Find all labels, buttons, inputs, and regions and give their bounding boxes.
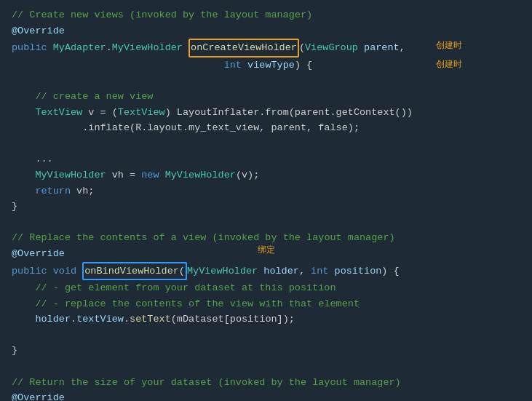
code-line-15: // - get element from your dataset at th… bbox=[12, 280, 520, 296]
comment-text: // Create ne bbox=[12, 7, 82, 23]
method-oncreate-highlight: onCreateViewHolder bbox=[188, 39, 299, 57]
space3 bbox=[242, 57, 247, 74]
indent-space bbox=[12, 57, 224, 74]
param-holder: holder bbox=[263, 263, 299, 279]
comment-replace2: (invoked by the layout manager) bbox=[212, 230, 394, 246]
keyword-public: public bbox=[12, 40, 53, 56]
indent5 bbox=[12, 167, 35, 183]
type-myviewholder4: MyViewHolder bbox=[187, 263, 258, 279]
code-line-19: // Return the size of your dataset (invo… bbox=[12, 375, 520, 391]
indent7 bbox=[12, 280, 35, 296]
code-line-empty-2 bbox=[12, 136, 520, 152]
dot2: . bbox=[71, 311, 76, 327]
method-settext: setText bbox=[130, 311, 171, 327]
paren1: ( bbox=[299, 40, 305, 56]
code-vh2 bbox=[159, 167, 165, 183]
comment-replace: // Replace the contents of a view bbox=[12, 230, 212, 246]
code-line-empty-4 bbox=[12, 327, 520, 344]
param-viewgroup: ViewGroup bbox=[305, 40, 358, 56]
keyword-return1: return bbox=[35, 183, 71, 199]
type-textview2: TextView bbox=[118, 105, 165, 121]
code-settext-arg: (mDataset[position]); bbox=[171, 311, 295, 327]
code-line-1: // Create new views (invoked by the layo… bbox=[12, 7, 520, 23]
code-vh: vh = bbox=[106, 167, 142, 183]
code-line-20: @Override bbox=[12, 390, 520, 401]
code-line-6: TextView v = (TextView) LayoutInflater.f… bbox=[12, 105, 520, 121]
create-annotation-label-pos: 创建时 bbox=[436, 57, 462, 71]
type-myadapter: MyAdapter bbox=[53, 40, 106, 56]
code-editor: // Create new views (invoked by the layo… bbox=[0, 0, 532, 401]
code-line-empty-3 bbox=[12, 215, 520, 231]
comment-text2: w views (invoked by the layout manager) bbox=[82, 7, 312, 23]
ellipsis: ... bbox=[35, 151, 52, 167]
type-myviewholder2: MyViewHolder bbox=[35, 167, 106, 183]
create-annotation-label: 创建时 bbox=[436, 39, 462, 52]
code-line-16: // - replace the contents of the view wi… bbox=[12, 296, 520, 312]
dot1: . bbox=[106, 40, 112, 56]
indent1 bbox=[12, 89, 35, 105]
keyword-int: int bbox=[224, 57, 242, 74]
code-line-13: @Override bbox=[12, 246, 520, 262]
type-myviewholder3: MyViewHolder bbox=[165, 167, 236, 183]
keyword-void: void bbox=[53, 263, 76, 279]
method-onbind-highlight: onBindViewHolder( bbox=[82, 262, 187, 281]
type-textview: TextView bbox=[35, 105, 82, 121]
code-line-11: } bbox=[12, 199, 520, 215]
space2 bbox=[358, 40, 364, 56]
indent3 bbox=[12, 120, 82, 136]
space4 bbox=[76, 263, 82, 279]
code-line-empty-5 bbox=[12, 359, 520, 375]
dot3: . bbox=[124, 311, 130, 327]
code-layoutinflater: ) LayoutInflater.from(parent.getContext(… bbox=[165, 105, 413, 121]
code-vh3: (v); bbox=[236, 167, 259, 183]
override-annotation3: @Override bbox=[12, 390, 65, 401]
paren3: ( bbox=[179, 266, 185, 277]
code-line-2: @Override bbox=[12, 23, 520, 39]
type-myviewholder: MyViewHolder bbox=[112, 40, 183, 56]
paren4: ) { bbox=[381, 263, 399, 279]
brace2: } bbox=[12, 343, 17, 359]
param-position: position bbox=[335, 263, 382, 279]
comment-get: // - get element from your dataset at th… bbox=[35, 280, 336, 296]
override-annotation2: @Override bbox=[12, 246, 65, 262]
code-holder: holder bbox=[35, 311, 71, 327]
code-return-vh: vh; bbox=[71, 183, 94, 199]
indent9 bbox=[12, 311, 35, 327]
space6 bbox=[328, 263, 334, 279]
code-line-4: int viewType) { 创建时 bbox=[12, 57, 520, 74]
code-line-empty-1 bbox=[12, 73, 520, 89]
code-line-18: } bbox=[12, 343, 520, 359]
code-line-9: MyViewHolder vh = new MyViewHolder(v); bbox=[12, 167, 520, 183]
method-oncreate: onCreateViewHolder bbox=[191, 42, 297, 53]
code-line-5: // create a new view bbox=[12, 89, 520, 105]
code-inflate: .inflate(R.layout.my_text_view, parent, … bbox=[82, 120, 360, 136]
code-line-14: public void onBindViewHolder(MyViewHolde… bbox=[12, 262, 520, 281]
space5 bbox=[258, 263, 263, 279]
code-textview-field: textView bbox=[76, 311, 124, 327]
code-line-7: .inflate(R.layout.my_text_view, parent, … bbox=[12, 120, 520, 136]
space1 bbox=[183, 40, 188, 56]
comment-replace-contents: // - replace the contents of the view wi… bbox=[35, 296, 360, 312]
param-viewtype: viewType bbox=[247, 57, 295, 74]
indent4 bbox=[12, 151, 35, 167]
code-line-12: // Replace the contents of a view 绑定(inv… bbox=[12, 230, 520, 246]
brace1: } bbox=[12, 199, 17, 215]
indent8 bbox=[12, 296, 35, 312]
code-line-8: ... bbox=[12, 151, 520, 167]
comment-create-view: // create a new view bbox=[35, 89, 153, 105]
keyword-int2: int bbox=[311, 263, 328, 279]
code-line-17: holder.textView.setText(mDataset[positio… bbox=[12, 311, 520, 327]
indent2 bbox=[12, 105, 35, 121]
param-parent: parent bbox=[364, 40, 400, 56]
comma1: , bbox=[400, 40, 405, 56]
comment-return-size: // Return the size of your dataset (invo… bbox=[12, 375, 401, 391]
code-line-3: public MyAdapter.MyViewHolder onCreateVi… bbox=[12, 39, 520, 57]
keyword-public2: public bbox=[12, 263, 53, 279]
comma2: , bbox=[299, 263, 311, 279]
keyword-new: new bbox=[141, 167, 159, 183]
override-annotation: @Override bbox=[12, 23, 65, 39]
code-line-10: return vh; bbox=[12, 183, 520, 199]
var-v: v = ( bbox=[82, 105, 118, 121]
paren2: ) { bbox=[295, 57, 312, 74]
indent6 bbox=[12, 183, 35, 199]
